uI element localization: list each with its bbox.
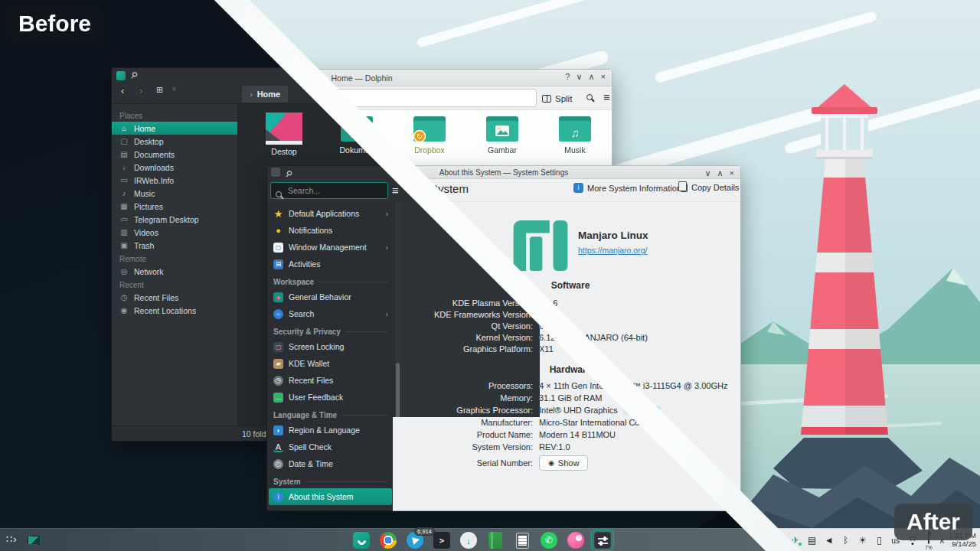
taskbar-settings-icon[interactable] <box>592 530 613 550</box>
settings-item-activities[interactable]: ⊞Activities <box>267 256 394 272</box>
manjaro-logo <box>513 220 568 271</box>
copy-details-button[interactable]: Copy Details <box>681 183 739 192</box>
sidebar-item-irweb-info[interactable]: ▭IRWeb.Info <box>112 174 237 187</box>
settings-search-input[interactable] <box>270 182 388 199</box>
menu-icon[interactable]: ≡ <box>392 184 399 197</box>
help-icon[interactable]: ? <box>565 72 570 82</box>
settings-item-kde-wallet[interactable]: ▰KDE Wallet <box>267 355 394 372</box>
brightness-icon[interactable]: ☀ <box>858 536 867 545</box>
sidebar-item-label: Home <box>134 124 155 133</box>
info-value: 31.1 GiB of RAM <box>539 393 603 403</box>
settings-item-user-feedback[interactable]: …User Feedback <box>267 389 394 406</box>
settings-item-window-management[interactable]: ▢Window Management› <box>267 239 394 256</box>
settings-item-screen-locking[interactable]: ▢Screen Locking <box>267 338 394 355</box>
folder-dropbox[interactable]: ↻Dropbox <box>403 112 456 155</box>
search-icon: ○ <box>273 309 283 319</box>
settings-item-search[interactable]: ○Search› <box>267 305 394 322</box>
sidebar-item-trash[interactable]: ▣Trash <box>112 239 237 252</box>
taskbar-book-icon[interactable] <box>485 530 506 550</box>
taskbar-chrome-icon[interactable] <box>377 530 399 550</box>
section-label: Language & Time <box>273 411 337 419</box>
sidebar-item-music[interactable]: ♪Music <box>112 187 237 200</box>
chevron-right-icon: › <box>386 243 388 252</box>
sidebar-item-label: Recent Locations <box>134 306 196 315</box>
dolphin-app-icon <box>353 532 370 549</box>
minimize-icon[interactable]: ∨ <box>576 72 582 82</box>
settings-item-label: Screen Locking <box>289 342 344 351</box>
after-label: After <box>894 504 972 540</box>
settings-item-about-this-system[interactable]: iAbout this System <box>269 488 392 505</box>
folder-musik[interactable]: ♫Musik <box>548 112 602 155</box>
sidebar-item-home[interactable]: ⌂Home <box>112 122 237 135</box>
settings-item-region-language[interactable]: ◖Region & Language <box>267 422 394 439</box>
settings-item-general-behavior[interactable]: ◆General Behavior <box>267 289 394 305</box>
svg-text:♫: ♫ <box>570 126 579 139</box>
bluetooth-icon[interactable]: ᛒ <box>841 536 851 545</box>
sidebar-item-videos[interactable]: ▥Videos <box>112 226 237 239</box>
search-icon <box>276 187 282 201</box>
menu-icon[interactable]: ≡ <box>603 90 610 103</box>
window-icon: ▢ <box>273 243 283 253</box>
close-icon[interactable]: × <box>730 168 734 178</box>
sidebar-item-network[interactable]: ◎Network <box>112 265 237 278</box>
folder-gambar[interactable]: Gambar <box>475 112 529 155</box>
chevron-down-icon[interactable]: ∨ <box>172 85 177 93</box>
before-label: Before <box>6 5 103 42</box>
back-icon[interactable]: ‹ <box>121 85 124 96</box>
sidebar-item-label: Videos <box>134 228 158 237</box>
clipboard-icon[interactable]: ▤ <box>807 536 817 545</box>
icon-part <box>411 536 420 545</box>
settings-item-spell-check[interactable]: ASpell Check <box>267 439 394 455</box>
sidebar-item-downloads[interactable]: ↓Downloads <box>112 161 237 174</box>
downloader-app-icon: ↓ <box>460 532 477 549</box>
settings-item-date-time[interactable]: ◴Date & Time <box>267 455 394 472</box>
sidebar-item-pictures[interactable]: ▦Pictures <box>112 200 237 213</box>
sidebar-item-documents[interactable]: ▤Documents <box>112 148 237 161</box>
documents-icon: ▤ <box>119 150 129 158</box>
more-system-information-button[interactable]: i More System Information <box>573 183 681 193</box>
folder-destop[interactable]: Destop <box>257 112 311 156</box>
sidebar-item-desktop[interactable]: ▢Desktop <box>112 135 237 148</box>
info-row: Product Name:Modern 14 B11MOU <box>400 429 740 441</box>
pin-icon[interactable]: ⚲ <box>129 70 140 81</box>
minimize-icon[interactable]: ∨ <box>704 168 710 178</box>
taskbar-whatsapp-icon[interactable]: ✆ <box>538 530 560 550</box>
sidebar-item-label: Recent Files <box>134 293 178 302</box>
show-button-label: Show <box>558 458 580 468</box>
show-serial-button[interactable]: ◉Show <box>539 455 588 471</box>
usb-icon[interactable]: ▯ <box>874 536 884 545</box>
split-button[interactable]: Split <box>542 90 572 106</box>
app-launcher-icon[interactable]: ∷› <box>6 533 18 545</box>
volume-icon[interactable]: ◄ <box>824 536 834 545</box>
places-section-title: Places <box>112 109 237 122</box>
sidebar-item-recent-locations[interactable]: ◉Recent Locations <box>112 304 237 317</box>
search-icon[interactable] <box>586 94 593 100</box>
history-icon: ◷ <box>273 376 283 386</box>
settings-item-label: KDE Wallet <box>289 359 329 368</box>
breadcrumb[interactable]: ›Home <box>242 86 288 103</box>
view-grid-icon[interactable]: ⊞ <box>156 85 163 95</box>
settings-item-label: Default Applications <box>289 209 359 218</box>
desktop-preview-icon[interactable] <box>28 536 41 545</box>
taskbar-media-icon[interactable] <box>565 530 586 550</box>
forward-icon[interactable]: › <box>139 85 142 96</box>
close-icon[interactable]: × <box>601 72 606 82</box>
settings-item-notifications[interactable]: ●Notifications <box>267 222 394 239</box>
icon-part <box>491 532 493 549</box>
os-website-link[interactable]: https://manjaro.org/ <box>578 246 647 255</box>
taskbar-document-icon[interactable] <box>511 530 533 550</box>
settings-item-default-applications[interactable]: ★Default Applications› <box>267 205 394 222</box>
maximize-icon[interactable]: ∧ <box>717 168 724 178</box>
taskbar-telegram-icon[interactable]: 6,914 <box>404 530 426 550</box>
taskbar-konsole-icon[interactable]: > <box>431 530 452 550</box>
maximize-icon[interactable]: ∧ <box>589 72 595 82</box>
settings-item-label: Activities <box>289 259 320 269</box>
sidebar-section-title: Workspace <box>267 272 394 289</box>
taskbar-dolphin-icon[interactable] <box>351 530 372 550</box>
taskbar-downloader-icon[interactable]: ↓ <box>458 530 479 550</box>
sidebar-item-recent-files[interactable]: ◷Recent Files <box>112 291 237 304</box>
settings-item-recent-files[interactable]: ◷Recent Files <box>267 372 394 389</box>
info-row: Manufacturer:Micro-Star International Co… <box>400 416 740 429</box>
sidebar-item-telegram-desktop[interactable]: ▭Telegram Desktop <box>112 213 237 226</box>
places-panel: Places⌂Home▢Desktop▤Documents↓Downloads▭… <box>112 104 238 425</box>
